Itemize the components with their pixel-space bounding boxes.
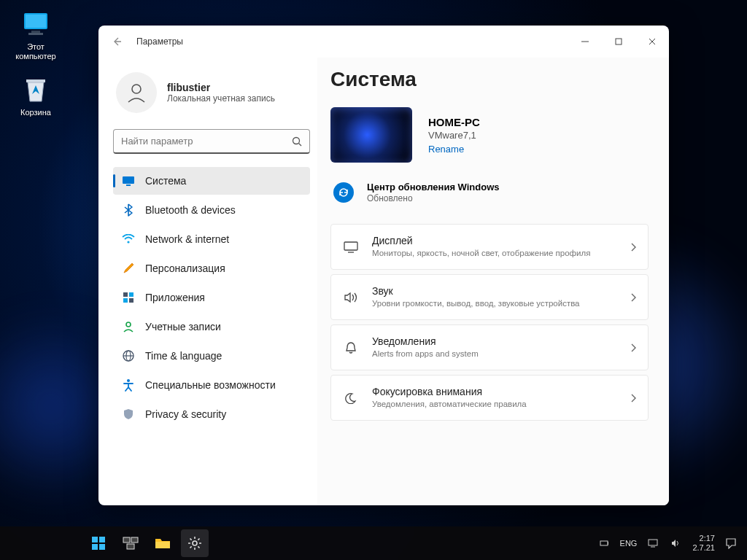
monitor-icon bbox=[343, 241, 359, 253]
language-indicator[interactable]: ENG bbox=[620, 539, 638, 548]
avatar bbox=[116, 72, 157, 113]
desktop-icons: Этот компьютер Корзина bbox=[7, 9, 64, 118]
network-tray-icon[interactable] bbox=[646, 538, 660, 548]
chevron-right-icon bbox=[630, 243, 636, 252]
window-title: Параметры bbox=[136, 36, 183, 47]
nav-label: Приложения bbox=[145, 292, 205, 303]
update-title: Центр обновления Windows bbox=[367, 182, 500, 193]
nav-label: Система bbox=[145, 175, 186, 187]
search-box[interactable] bbox=[113, 129, 310, 154]
speaker-icon bbox=[343, 292, 359, 303]
start-button[interactable] bbox=[85, 529, 112, 557]
svg-rect-5 bbox=[616, 39, 622, 44]
settings-window: Параметры flibustier Локальная учетная з… bbox=[98, 26, 669, 505]
svg-rect-26 bbox=[99, 537, 105, 542]
bell-icon bbox=[343, 341, 359, 354]
setting-list: Дисплей Мониторы, яркость, ночной свет, … bbox=[330, 224, 649, 428]
setting-sound[interactable]: Звук Уровни громкости, вывод, ввод, звук… bbox=[330, 274, 649, 320]
nav-personalization[interactable]: Персонализация bbox=[113, 254, 310, 282]
file-explorer-button[interactable] bbox=[149, 529, 177, 557]
setting-title: Звук bbox=[372, 285, 617, 297]
desktop-icon-recycle-bin[interactable]: Корзина bbox=[7, 74, 64, 117]
svg-rect-36 bbox=[649, 540, 657, 545]
monitor-icon bbox=[20, 9, 51, 39]
minimize-button[interactable] bbox=[568, 26, 602, 58]
sidebar: flibustier Локальная учетная запись Сист… bbox=[98, 58, 317, 505]
setting-focus-assist[interactable]: Фокусировка внимания Уведомления, автома… bbox=[330, 375, 649, 421]
profile-block[interactable]: flibustier Локальная учетная запись bbox=[113, 72, 310, 113]
desktop-icon-label: Корзина bbox=[20, 108, 51, 117]
svg-point-33 bbox=[193, 541, 197, 545]
taskbar: ENG 2:17 2.7.21 bbox=[0, 526, 747, 560]
nav-privacy[interactable]: Privacy & security bbox=[113, 400, 310, 428]
profile-account-type: Локальная учетная запись bbox=[167, 93, 275, 104]
nav-time-language[interactable]: Time & language bbox=[113, 342, 310, 370]
tray-chevron-icon[interactable] bbox=[597, 540, 611, 547]
windows-update-row[interactable]: Центр обновления Windows Обновлено bbox=[330, 182, 649, 203]
volume-tray-icon[interactable] bbox=[669, 538, 684, 548]
page-heading: Система bbox=[330, 68, 649, 91]
nav-network[interactable]: Network & internet bbox=[113, 225, 310, 253]
notifications-tray-icon[interactable] bbox=[724, 537, 738, 549]
wifi-icon bbox=[122, 233, 135, 246]
main-panel: Система HOME-PC VMware7,1 Rename Центр о… bbox=[317, 58, 669, 505]
profile-name: flibustier bbox=[167, 82, 275, 93]
recycle-bin-icon bbox=[20, 74, 51, 105]
svg-rect-30 bbox=[131, 537, 138, 542]
svg-rect-17 bbox=[129, 298, 133, 303]
svg-rect-29 bbox=[123, 537, 130, 542]
nav-bluetooth[interactable]: Bluetooth & devices bbox=[113, 196, 310, 224]
setting-desc: Мониторы, яркость, ночной свет, отображе… bbox=[372, 248, 617, 259]
svg-rect-32 bbox=[155, 542, 170, 548]
nav-label: Специальные возможности bbox=[145, 379, 276, 391]
svg-rect-3 bbox=[28, 33, 43, 35]
chevron-right-icon bbox=[630, 293, 636, 302]
svg-rect-1 bbox=[26, 15, 46, 28]
person-icon bbox=[122, 320, 135, 333]
setting-display[interactable]: Дисплей Мониторы, яркость, ночной свет, … bbox=[330, 224, 649, 270]
display-icon bbox=[122, 174, 135, 187]
shield-icon bbox=[122, 408, 135, 421]
svg-rect-16 bbox=[123, 298, 128, 303]
device-name: HOME-PC bbox=[428, 116, 480, 128]
rename-link[interactable]: Rename bbox=[428, 144, 480, 155]
search-icon bbox=[292, 136, 302, 147]
nav-accessibility[interactable]: Специальные возможности bbox=[113, 371, 310, 399]
nav-system[interactable]: Система bbox=[113, 167, 310, 195]
search-input[interactable] bbox=[121, 136, 292, 147]
maximize-button[interactable] bbox=[602, 26, 635, 58]
nav-apps[interactable]: Приложения bbox=[113, 284, 310, 311]
taskbar-time: 2:17 bbox=[692, 534, 715, 543]
settings-taskbar-button[interactable] bbox=[181, 529, 209, 557]
svg-point-13 bbox=[127, 241, 129, 243]
nav-label: Time & language bbox=[145, 350, 222, 362]
clock[interactable]: 2:17 2.7.21 bbox=[692, 534, 715, 553]
svg-rect-11 bbox=[123, 176, 134, 184]
nav-label: Учетные записи bbox=[145, 321, 221, 332]
close-button[interactable] bbox=[635, 26, 669, 58]
svg-point-8 bbox=[132, 85, 141, 93]
svg-rect-23 bbox=[344, 242, 357, 250]
setting-desc: Уровни громкости, вывод, ввод, звуковые … bbox=[372, 298, 617, 309]
desktop-icon-label: Этот компьютер bbox=[7, 42, 64, 61]
setting-title: Фокусировка внимания bbox=[372, 386, 617, 397]
svg-rect-27 bbox=[92, 544, 98, 550]
svg-rect-12 bbox=[126, 184, 131, 186]
apps-icon bbox=[122, 291, 135, 304]
task-view-button[interactable] bbox=[117, 529, 144, 557]
svg-rect-15 bbox=[129, 292, 133, 297]
svg-rect-28 bbox=[99, 544, 105, 550]
brush-icon bbox=[122, 262, 135, 275]
back-button[interactable] bbox=[110, 35, 123, 48]
device-card: HOME-PC VMware7,1 Rename bbox=[330, 107, 649, 163]
svg-rect-25 bbox=[92, 537, 98, 542]
setting-desc: Alerts from apps and system bbox=[372, 349, 617, 359]
setting-notifications[interactable]: Уведомления Alerts from apps and system bbox=[330, 324, 649, 370]
setting-title: Дисплей bbox=[372, 235, 617, 246]
nav-accounts[interactable]: Учетные записи bbox=[113, 313, 310, 341]
svg-point-18 bbox=[126, 322, 131, 327]
device-model: VMware7,1 bbox=[428, 130, 480, 141]
nav-label: Network & internet bbox=[145, 233, 229, 245]
setting-title: Уведомления bbox=[372, 335, 617, 347]
desktop-icon-this-pc[interactable]: Этот компьютер bbox=[7, 9, 64, 61]
